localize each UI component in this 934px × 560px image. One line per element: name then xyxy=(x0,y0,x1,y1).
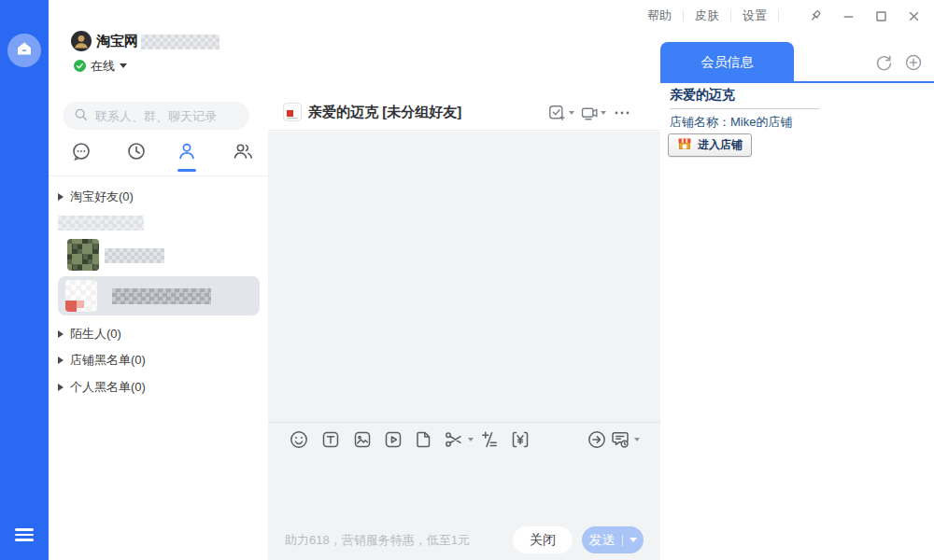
menu-button[interactable] xyxy=(15,528,34,541)
ellipsis-icon xyxy=(613,106,631,119)
enter-shop-label: 进入店铺 xyxy=(698,137,743,153)
home-button[interactable] xyxy=(7,34,41,67)
quick-phrase-button[interactable] xyxy=(479,429,500,450)
chevron-down-icon[interactable] xyxy=(634,438,640,441)
maximize-icon xyxy=(874,9,888,23)
close-button[interactable] xyxy=(907,9,921,23)
chevron-down-icon[interactable] xyxy=(120,63,127,68)
group-label: 淘宝好友(0) xyxy=(70,189,134,205)
group-taobao-friends[interactable]: 淘宝好友(0) xyxy=(58,189,134,205)
app-window: 帮助 皮肤 设置 淘宝网 在线 xyxy=(0,0,934,560)
search-icon xyxy=(74,107,88,125)
blurred-group-name[interactable] xyxy=(58,216,144,231)
chat-peer-avatar xyxy=(283,103,302,121)
settings-link[interactable]: 设置 xyxy=(743,7,767,24)
enter-shop-button[interactable]: 进入店铺 xyxy=(668,133,752,157)
collapsed-caret-icon xyxy=(58,330,64,338)
collapsed-caret-icon xyxy=(58,357,64,364)
clock-icon xyxy=(125,140,148,162)
person-icon xyxy=(176,140,198,162)
create-task-button[interactable] xyxy=(547,104,566,126)
search-box[interactable] xyxy=(63,102,249,130)
close-chat-button[interactable]: 关闭 xyxy=(513,526,573,553)
add-panel-button[interactable] xyxy=(904,53,923,76)
menu-icon xyxy=(15,528,34,531)
emoji-button[interactable] xyxy=(289,429,309,450)
group-label: 店铺黑名单(0) xyxy=(70,352,146,369)
blurred-username xyxy=(141,35,219,49)
forward-button[interactable] xyxy=(587,429,607,450)
minimize-icon xyxy=(842,9,856,23)
plus-equals-icon xyxy=(479,429,500,450)
chat-message-area: 助力618，营销服务特惠，低至1元 关闭 发送 xyxy=(268,132,660,560)
shop-name-line: 店铺名称：Mike的店铺 xyxy=(670,114,792,131)
tab-contacts[interactable] xyxy=(176,140,198,162)
video-call-button[interactable] xyxy=(580,104,599,126)
minimize-button[interactable] xyxy=(842,9,856,23)
search-input[interactable] xyxy=(95,109,245,123)
payment-button[interactable] xyxy=(510,429,531,450)
online-status-icon xyxy=(74,59,86,76)
help-link[interactable]: 帮助 xyxy=(647,7,672,24)
skin-link[interactable]: 皮肤 xyxy=(695,7,719,24)
image-button[interactable] xyxy=(352,429,373,450)
home-icon xyxy=(16,40,33,61)
group-strangers[interactable]: 陌生人(0) xyxy=(58,326,121,343)
arrow-circle-icon xyxy=(587,429,607,450)
titlebar: 帮助 皮肤 设置 xyxy=(647,7,921,25)
plus-circle-icon xyxy=(904,53,923,72)
user-avatar[interactable] xyxy=(71,31,92,51)
people-icon xyxy=(232,140,254,162)
status-selector[interactable]: 在线 xyxy=(91,58,115,75)
chevron-down-icon[interactable] xyxy=(468,438,474,441)
member-contact-name: 亲爱的迈克 xyxy=(670,87,735,104)
group-label: 陌生人(0) xyxy=(70,326,121,343)
chevron-down-icon[interactable] xyxy=(630,538,637,542)
text-icon xyxy=(320,429,341,450)
left-rail xyxy=(0,0,49,560)
contacts-panel: 淘宝网 在线 淘宝好友(0) xyxy=(49,0,268,560)
tab-groups[interactable] xyxy=(232,140,254,162)
blurred-contact-name[interactable] xyxy=(105,248,164,263)
contact-avatar[interactable] xyxy=(67,239,99,271)
group-shop-blacklist[interactable]: 店铺黑名单(0) xyxy=(58,352,146,369)
send-label: 发送 xyxy=(589,532,616,549)
collapsed-caret-icon xyxy=(58,193,64,201)
chat-title: 亲爱的迈克 [未分组好友] xyxy=(308,104,461,121)
task-check-icon xyxy=(547,104,566,122)
tab-messages[interactable] xyxy=(70,140,92,162)
video-button[interactable] xyxy=(383,429,403,450)
group-label: 个人黑名单(0) xyxy=(70,379,146,396)
pin-window-button[interactable] xyxy=(809,9,823,23)
divider xyxy=(778,10,779,21)
send-button[interactable]: 发送 xyxy=(582,526,644,553)
screenshot-button[interactable] xyxy=(444,429,464,450)
video-camera-icon xyxy=(580,104,599,122)
member-tabbar: 会员信息 xyxy=(660,42,934,83)
member-info-panel: 会员信息 亲爱的迈克 店铺名称：Mike的店铺 进入店铺 xyxy=(660,0,934,560)
active-tab-indicator xyxy=(177,169,196,172)
maximize-button[interactable] xyxy=(874,9,888,23)
play-video-icon xyxy=(383,429,403,450)
divider xyxy=(670,108,819,109)
chat-history-button[interactable] xyxy=(610,429,630,450)
storefront-icon xyxy=(677,136,692,155)
selected-contact-row[interactable] xyxy=(58,276,260,315)
group-personal-blacklist[interactable]: 个人黑名单(0) xyxy=(58,379,146,396)
more-options-button[interactable] xyxy=(613,106,631,123)
refresh-button[interactable] xyxy=(874,53,893,76)
file-icon xyxy=(414,429,434,450)
blurred-contact-name xyxy=(112,288,211,304)
tab-member-info[interactable]: 会员信息 xyxy=(660,42,794,83)
divider xyxy=(49,175,268,176)
chevron-down-icon[interactable] xyxy=(601,111,606,115)
divider xyxy=(730,10,731,21)
text-format-button[interactable] xyxy=(320,429,341,450)
tab-recent[interactable] xyxy=(125,140,148,162)
file-button[interactable] xyxy=(414,429,434,450)
divider xyxy=(683,10,684,21)
chat-panel: 亲爱的迈克 [未分组好友] xyxy=(268,0,660,560)
shop-name-value: Mike的店铺 xyxy=(730,115,792,129)
chevron-down-icon[interactable] xyxy=(569,111,574,115)
shop-name-label: 店铺名称： xyxy=(670,115,730,129)
